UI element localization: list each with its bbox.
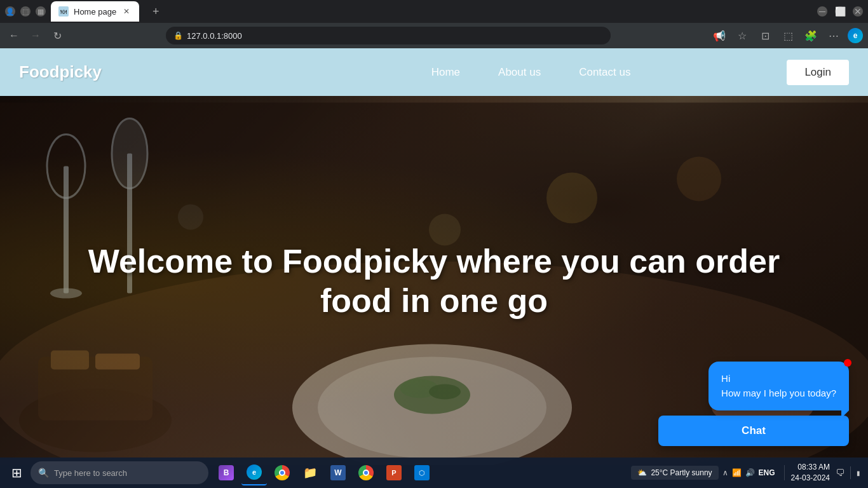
taskbar-app-edge[interactable]: e — [241, 460, 267, 485]
taskbar-app-chrome2[interactable] — [353, 460, 379, 485]
weather-widget[interactable]: ⛅ 25°C Partly sunny — [631, 466, 718, 480]
favorites-icon[interactable]: ☆ — [733, 27, 751, 44]
notification-icon: 🗨 — [836, 468, 844, 478]
svg-point-6 — [112, 119, 147, 189]
forward-button[interactable]: → — [27, 27, 44, 44]
notification-button[interactable]: 🗨 — [834, 466, 846, 479]
language-label[interactable]: ENG — [759, 468, 775, 477]
more-menu-icon[interactable]: ⋯ — [825, 27, 843, 44]
taskbar-search[interactable]: 🔍 Type here to search — [31, 461, 208, 484]
taskbar-app-vscode[interactable]: ⬡ — [409, 460, 435, 485]
close-button[interactable]: ✕ — [853, 6, 863, 17]
nav-brand[interactable]: Foodpicky — [19, 62, 275, 82]
nav-about[interactable]: About us — [498, 66, 541, 79]
taskbar-clock[interactable]: 08:33 AM 24-03-2024 — [791, 462, 830, 484]
svg-point-11 — [429, 384, 461, 400]
taskbar-app-ppt[interactable]: P — [381, 460, 407, 485]
hero-title: Welcome to Foodpicky where you can order… — [87, 241, 782, 320]
extensions-icon[interactable]: 🧩 — [802, 27, 820, 44]
minimize-button[interactable]: ─ — [817, 6, 827, 17]
hero-text-container: Welcome to Foodpicky where you can order… — [87, 241, 782, 320]
title-bar: 👤 ⬚ ▦ 🍽 Home page ✕ + ─ ⬜ ✕ — [0, 0, 868, 23]
active-tab[interactable]: 🍽 Home page ✕ — [51, 1, 139, 22]
taskbar-app-word[interactable]: W — [325, 460, 351, 485]
taskbar: ⊞ 🔍 Type here to search B e 📁 W — [0, 458, 868, 488]
taskbar-tray: ∧ 📶 🔊 ENG — [722, 468, 775, 477]
app-icon-word: W — [330, 465, 346, 480]
toolbar-icons: 📢 ☆ ⊡ ⬚ 🧩 ⋯ e — [710, 27, 863, 44]
navbar: Foodpicky Home About us Contact us Login — [0, 48, 868, 96]
app-icon-explorer: 📁 — [302, 465, 318, 480]
collections-icon[interactable]: ⬚ — [20, 6, 31, 17]
window-controls: 👤 ⬚ ▦ — [5, 6, 46, 17]
svg-point-17 — [546, 173, 597, 224]
start-icon: ⊞ — [11, 465, 22, 480]
show-desktop-button[interactable]: ▮ — [850, 466, 863, 479]
app-icon-chrome — [275, 465, 290, 480]
taskbar-system: ⛅ 25°C Partly sunny ∧ 📶 🔊 ENG 08:33 AM 2… — [631, 462, 863, 484]
tray-network-icon[interactable]: 📶 — [732, 468, 742, 477]
search-icon: 🔍 — [38, 468, 49, 478]
app-icon-chrome2 — [358, 465, 374, 480]
lock-icon: 🔒 — [173, 31, 183, 40]
svg-rect-14 — [51, 351, 89, 370]
address-bar[interactable]: 🔒 127.0.0.1:8000 — [166, 27, 611, 44]
new-tab-button[interactable]: + — [147, 3, 165, 20]
taskbar-app-explorer[interactable]: 📁 — [297, 460, 323, 485]
taskbar-apps: B e 📁 W P ⬡ — [214, 460, 435, 485]
start-button[interactable]: ⊞ — [5, 461, 28, 484]
website-content: Foodpicky Home About us Contact us Login — [0, 48, 868, 465]
hero-section: Welcome to Foodpicky where you can order… — [0, 96, 868, 465]
taskbar-app-chrome[interactable] — [269, 460, 295, 485]
nav-links: Home About us Contact us — [275, 66, 787, 79]
split-screen-icon[interactable]: ⊡ — [756, 27, 774, 44]
clock-date: 24-03-2024 — [791, 473, 830, 484]
desktop-icon: ▮ — [857, 470, 860, 477]
tab-close-button[interactable]: ✕ — [121, 6, 132, 17]
svg-rect-15 — [95, 354, 140, 370]
address-text: 127.0.0.1:8000 — [187, 31, 242, 41]
clock-time: 08:33 AM — [791, 462, 830, 473]
app-icon-search: B — [219, 465, 234, 480]
svg-point-4 — [50, 288, 82, 299]
edge-copilot-icon[interactable]: e — [848, 28, 863, 43]
chat-widget: Hi How may I help you today? Chat — [658, 362, 849, 446]
back-button[interactable]: ← — [5, 27, 23, 44]
vertical-tabs-icon[interactable]: ▦ — [36, 6, 46, 17]
address-bar-row: ← → ↻ 🔒 127.0.0.1:8000 📢 ☆ ⊡ ⬚ 🧩 ⋯ e — [0, 23, 868, 48]
maximize-button[interactable]: ⬜ — [835, 6, 845, 17]
read-aloud-icon[interactable]: 📢 — [710, 27, 728, 44]
collections-bar-icon[interactable]: ⬚ — [779, 27, 797, 44]
chat-bubble-line2: How may I help you today? — [721, 386, 836, 401]
nav-contact[interactable]: Contact us — [579, 66, 630, 79]
app-icon-edge: e — [247, 464, 262, 480]
login-button[interactable]: Login — [787, 60, 849, 85]
app-icon-vscode: ⬡ — [414, 465, 430, 480]
tab-favicon: 🍽 — [58, 6, 69, 17]
app-icon-ppt: P — [386, 465, 402, 480]
weather-text: 25°C Partly sunny — [651, 468, 712, 477]
tab-title: Home page — [74, 7, 116, 17]
search-placeholder: Type here to search — [54, 468, 127, 478]
svg-rect-2 — [64, 166, 69, 294]
taskbar-app-search[interactable]: B — [214, 460, 239, 485]
weather-icon: ⛅ — [637, 468, 647, 477]
nav-home[interactable]: Home — [431, 66, 460, 79]
chat-button[interactable]: Chat — [658, 416, 849, 446]
chat-bubble: Hi How may I help you today? — [709, 362, 849, 410]
tray-sound-icon[interactable]: 🔊 — [745, 468, 755, 477]
chat-notification-dot — [844, 359, 851, 367]
browser-chrome: 👤 ⬚ ▦ 🍽 Home page ✕ + ─ ⬜ ✕ ← → ↻ 🔒 127.… — [0, 0, 868, 48]
tray-divider — [784, 465, 785, 480]
refresh-button[interactable]: ↻ — [48, 27, 66, 44]
profile-icon[interactable]: 👤 — [5, 6, 15, 17]
tray-show-hidden[interactable]: ∧ — [722, 468, 728, 477]
chat-bubble-line1: Hi — [721, 372, 836, 386]
svg-point-20 — [178, 205, 203, 230]
svg-point-19 — [677, 157, 721, 201]
